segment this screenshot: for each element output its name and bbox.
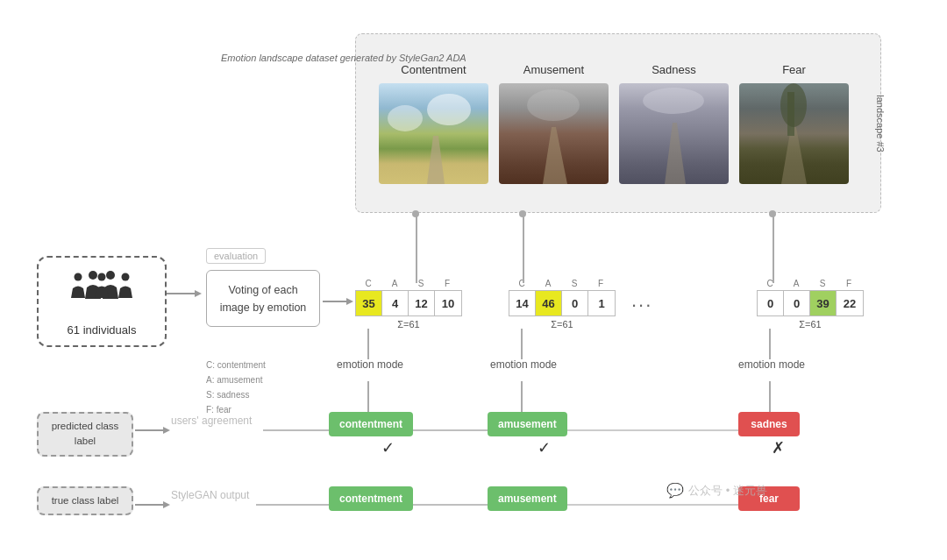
amusement-image — [499, 83, 609, 184]
svg-point-10 — [122, 273, 130, 281]
dot1 — [412, 210, 419, 217]
people-box: 61 individuals — [37, 256, 167, 347]
legend-s: S: sadness — [206, 387, 266, 402]
landscape-label: landscape #3 — [874, 95, 885, 152]
svg-marker-30 — [163, 501, 170, 508]
vote-c1: 35 — [356, 291, 382, 315]
dataset-label: Emotion landscape dataset generated by S… — [221, 51, 466, 66]
stylegan-label: StyleGAN output — [171, 489, 249, 501]
svg-marker-14 — [346, 298, 353, 305]
result-agreement-3: sadnes — [738, 412, 800, 436]
fear-image — [739, 83, 849, 184]
svg-marker-12 — [195, 290, 202, 297]
vote-h-s3: S — [809, 279, 836, 288]
vote-h-s1: S — [408, 279, 434, 288]
vote-nums-3: 0 0 39 22 — [757, 290, 864, 316]
vline3 — [769, 329, 771, 359]
sadness-title: Sadness — [652, 63, 696, 76]
vote-nums-1: 35 4 12 10 — [355, 290, 462, 316]
contentment-col: Contentment — [379, 63, 488, 184]
emotion-mode-2: emotion mode — [488, 358, 559, 372]
voting-label: Voting of each image by emotion — [214, 281, 312, 316]
emotion-mode-3: emotion mode — [737, 358, 807, 372]
amusement-col: Amusement — [499, 63, 609, 184]
vote-s2: 0 — [562, 291, 588, 315]
img-vline1 — [416, 213, 417, 283]
watermark: 💬 公众号 • 迷元兽 — [666, 482, 767, 499]
dot2 — [519, 210, 526, 217]
fear-title: Fear — [782, 63, 806, 76]
vote-headers-2: C A S F — [509, 279, 616, 288]
vote-h-a2: A — [535, 279, 561, 288]
vline2 — [521, 329, 523, 359]
true-class-section: true class label — [37, 486, 133, 515]
vote-headers-1: C A S F — [355, 279, 462, 288]
legend-a: A: amusement — [206, 372, 266, 387]
vote-c3: 0 — [758, 291, 784, 315]
dots: ··· — [631, 294, 652, 316]
svg-point-3 — [643, 88, 704, 114]
vote-a3: 0 — [784, 291, 810, 315]
vote-c2: 14 — [509, 291, 536, 315]
svg-point-1 — [427, 94, 471, 125]
contentment-image — [379, 83, 488, 184]
people-section: 61 individuals — [37, 256, 167, 347]
diagram: Emotion landscape dataset generated by S… — [18, 18, 929, 542]
vote-set-3: C A S F 0 0 39 22 Σ=61 — [757, 279, 864, 330]
vote-h-c1: C — [355, 279, 381, 288]
checkmark-2: ✓ — [509, 438, 579, 457]
main-container: Emotion landscape dataset generated by S… — [0, 0, 947, 560]
checkmark-3: ✗ — [756, 438, 800, 457]
vote-sum1: Σ=61 — [355, 319, 462, 330]
true-arrow — [135, 498, 170, 512]
vote-sum3: Σ=61 — [757, 319, 864, 330]
vote-a1: 4 — [382, 291, 409, 315]
svg-point-8 — [75, 273, 82, 281]
vote-nums-2: 14 46 0 1 — [509, 290, 616, 316]
vote-s3: 39 — [810, 291, 837, 315]
fear-col: Fear — [739, 63, 849, 184]
legend-c: C: contentment — [206, 358, 266, 372]
vote-h-a1: A — [381, 279, 408, 288]
voting-box: Voting of each image by emotion — [206, 270, 320, 327]
vline3b — [769, 381, 771, 412]
people-arrow — [167, 285, 202, 302]
checkmark-1: ✓ — [352, 438, 423, 457]
svg-marker-22 — [163, 427, 170, 434]
voting-arrow1 — [323, 294, 353, 308]
vote-f3: 22 — [837, 291, 863, 315]
result-agreement-2: amusement — [488, 412, 567, 436]
sadness-road — [619, 83, 729, 184]
predicted-class-box: predicted class label — [37, 412, 133, 457]
fear-road — [739, 83, 849, 184]
dot3 — [769, 210, 776, 217]
legend-box: C: contentment A: amusement S: sadness F… — [206, 358, 266, 417]
vote-set-1: C A S F 35 4 12 10 Σ=61 — [355, 279, 462, 330]
predicted-class-section: predicted class label — [37, 412, 133, 457]
people-icon — [62, 268, 141, 316]
vote-s1: 12 — [409, 291, 435, 315]
vote-h-f1: F — [434, 279, 460, 288]
vote-h-c3: C — [757, 279, 783, 288]
vote-sum2: Σ=61 — [509, 319, 616, 330]
svg-point-7 — [106, 271, 115, 280]
vline1 — [367, 329, 369, 359]
users-agreement-label: users' agreement — [171, 415, 252, 427]
pred-arrow — [135, 423, 170, 437]
vote-h-a3: A — [783, 279, 809, 288]
svg-point-9 — [98, 273, 106, 281]
amusement-title: Amusement — [523, 63, 584, 76]
svg-point-6 — [89, 271, 97, 280]
vote-f1: 10 — [435, 291, 461, 315]
vote-h-s2: S — [561, 279, 587, 288]
svg-point-2 — [527, 89, 580, 121]
svg-point-0 — [388, 105, 423, 131]
sadness-col: Sadness — [619, 63, 729, 184]
svg-point-5 — [780, 83, 807, 127]
emotion-mode-1: emotion mode — [335, 358, 405, 372]
wechat-icon: 💬 — [666, 482, 684, 499]
result-agreement-1: contentment — [329, 412, 413, 436]
img-vline2 — [523, 213, 524, 283]
vote-h-f2: F — [587, 279, 614, 288]
vline1b — [367, 381, 369, 412]
